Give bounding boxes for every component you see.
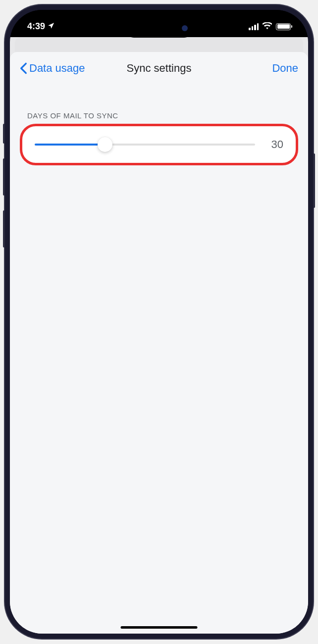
- slider-value-label: 30: [266, 138, 283, 151]
- battery-icon: [276, 23, 291, 30]
- phone-side-buttons-left: [3, 124, 5, 262]
- location-icon: [48, 21, 55, 32]
- volume-up-button: [3, 158, 5, 196]
- slider-track: [35, 144, 255, 146]
- home-indicator[interactable]: [121, 626, 198, 629]
- power-button: [313, 153, 315, 208]
- back-button[interactable]: Data usage: [20, 62, 85, 75]
- wifi-icon: [263, 22, 272, 31]
- phone-side-buttons-right: [313, 153, 315, 208]
- phone-frame: 4:39: [5, 5, 313, 639]
- volume-down-button: [3, 210, 5, 248]
- done-button[interactable]: Done: [272, 62, 298, 75]
- section-header: DAYS OF MAIL TO SYNC: [20, 111, 298, 124]
- status-indicators: [249, 22, 291, 31]
- navigation-bar: Data usage Sync settings Done: [10, 52, 308, 84]
- page-title: Sync settings: [127, 62, 192, 75]
- sync-days-slider[interactable]: [35, 137, 255, 152]
- dynamic-island: [124, 19, 194, 38]
- slider-thumb[interactable]: [98, 137, 112, 152]
- slider-fill: [35, 144, 105, 146]
- app-modal-sheet: Data usage Sync settings Done DAYS OF MA…: [10, 52, 308, 634]
- sync-days-slider-card: 30: [20, 124, 298, 165]
- front-camera: [182, 25, 188, 31]
- content-area: DAYS OF MAIL TO SYNC 30: [10, 84, 308, 165]
- status-time: 4:39: [27, 21, 45, 32]
- mute-switch: [3, 124, 5, 144]
- phone-screen: 4:39: [10, 10, 308, 634]
- cellular-icon: [249, 23, 259, 30]
- status-time-group: 4:39: [27, 21, 55, 32]
- back-button-label: Data usage: [29, 62, 85, 75]
